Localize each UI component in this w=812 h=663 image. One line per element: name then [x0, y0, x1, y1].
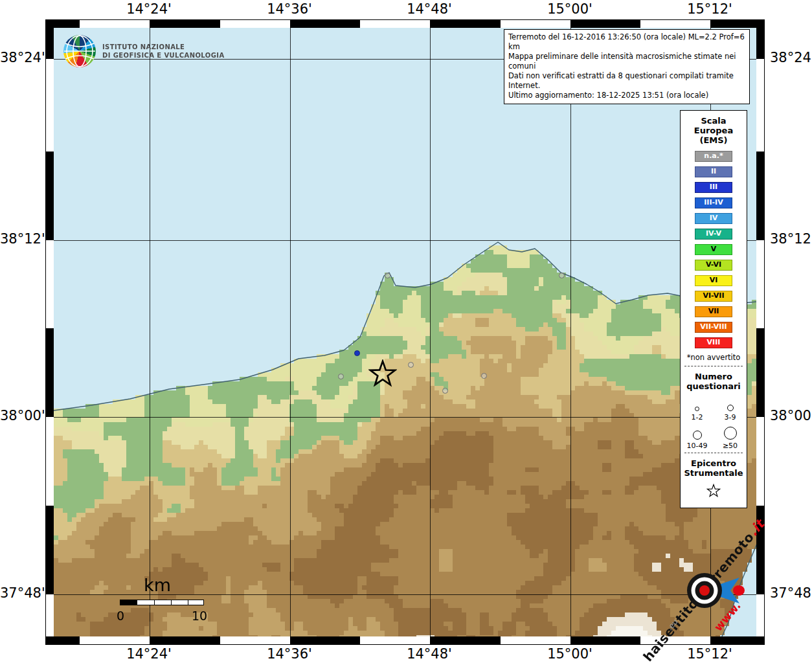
questionnaire-title-line1: Numero [681, 372, 747, 381]
scale-bar [120, 600, 204, 605]
ems-swatch-v-vi: V-VI [695, 260, 732, 271]
macroseismic-map-page: 14°24'14°24'14°36'14°36'14°48'14°48'15°0… [0, 0, 812, 663]
questionnaire-dot [442, 388, 448, 394]
lat-label-left: 38°00' [0, 408, 40, 423]
scale-bar-filled-segment [120, 600, 137, 605]
questionnaire-class-label: ≥50 [723, 442, 738, 450]
ems-intensity-swatches: n.a.*IIIIIIII-IVIVIV-VVV-VIVIVI-VIIVIIVI… [681, 151, 747, 348]
ingv-globe-icon [63, 35, 96, 67]
scale-bar-tick [171, 600, 172, 605]
ems-swatch-vii-viii: VII-VIII [695, 322, 732, 333]
lat-label-right: 37°48' [770, 585, 812, 601]
lon-label-top: 15°12' [681, 1, 739, 17]
legend-title-line1: Scala [681, 116, 747, 126]
event-summary-line: Terremoto del 16-12-2016 13:26:50 (ora l… [508, 32, 745, 52]
legend-title-line3: (EMS) [681, 135, 747, 145]
legend-star-icon [681, 484, 747, 501]
ems-swatch-iv-v: IV-V [695, 229, 732, 240]
instrumental-epicenter-title: Epicentro Strumentale [681, 458, 747, 478]
lat-label-left: 38°24' [0, 50, 40, 65]
questionnaire-size-circle [724, 427, 737, 440]
lat-label-right: 38°00' [770, 408, 812, 423]
lat-label-right: 38°12' [770, 231, 812, 247]
questionnaire-dot [385, 273, 390, 278]
questionnaire-class-label: 1-2 [692, 413, 703, 421]
epicenter-star-icon [368, 359, 397, 392]
questionnaire-class: 10-49 [681, 425, 714, 450]
questionnaire-dot [338, 374, 344, 379]
questionnaire-class-label: 3-9 [725, 413, 736, 421]
questionnaire-dot [481, 373, 487, 379]
ingv-logo-block: ISTITUTO NAZIONALE DI GEOFISICA E VULCAN… [63, 35, 225, 67]
ingv-name-line1: ISTITUTO NAZIONALE [102, 43, 225, 51]
questionnaire-class: 1-2 [681, 397, 714, 421]
ems-legend: Scala Europea (EMS) n.a.*IIIIIIII-IVIVIV… [680, 110, 747, 508]
ingv-institute-name: ISTITUTO NAZIONALE DI GEOFISICA E VULCAN… [102, 43, 225, 60]
scale-end-label: 10 [192, 609, 207, 623]
ems-swatch-n-a-: n.a.* [695, 151, 732, 162]
scale-start-label: 0 [117, 609, 124, 623]
questionnaire-class-label: 10-49 [687, 442, 708, 450]
questionnaire-size-circle [693, 431, 702, 440]
ems-swatch-vii: VII [695, 306, 732, 317]
scale-bar-tick [154, 600, 155, 605]
questionnaire-dot [559, 273, 565, 278]
lon-label-bottom: 14°48' [400, 646, 458, 662]
lat-label-left: 37°48' [0, 585, 40, 601]
ems-swatch-ii: II [695, 166, 732, 177]
questionnaire-size-circle [727, 405, 734, 411]
ems-swatch-vi: VI [695, 275, 732, 286]
lon-label-top: 14°36' [260, 1, 319, 17]
legend-title-line2: Europea [681, 126, 747, 135]
lon-label-bottom: 15°00' [541, 646, 599, 662]
lon-label-bottom: 14°24' [120, 646, 178, 662]
legend-title: Scala Europea (EMS) [681, 116, 747, 145]
questionnaire-title-line2: questionari [681, 381, 747, 391]
lat-label-right: 38°24' [770, 50, 812, 65]
legend-separator [684, 453, 743, 453]
legend-footnote: *non avvertito [681, 353, 747, 362]
questionnaire-dot [408, 362, 414, 368]
questionnaire-size-classes: 1-23-910-49≥50 [681, 397, 747, 450]
map-description-line: Mappa preliminare delle intensità macros… [508, 52, 745, 71]
last-update-line: Ultimo aggiornamento: 18-12-2025 13:51 (… [508, 91, 745, 100]
event-info-box: Terremoto del 16-12-2016 13:26:50 (ora l… [504, 29, 750, 104]
ems-swatch-iii: III [695, 182, 732, 193]
ems-swatch-iv: IV [695, 213, 732, 224]
lon-label-top: 14°48' [400, 1, 458, 17]
epicenter-title-line2: Strumentale [681, 468, 747, 478]
lon-label-top: 14°24' [120, 1, 178, 17]
questionnaire-class: ≥50 [714, 425, 747, 450]
lat-label-left: 38°12' [0, 231, 40, 247]
scale-unit-label: km [144, 575, 171, 595]
map-scale-bar: km 0 10 [117, 575, 214, 627]
questionnaire-count-title: Numero questionari [681, 372, 747, 391]
questionnaire-size-circle [695, 407, 699, 411]
questionnaire-class: 3-9 [714, 397, 747, 421]
scale-bar-tick [188, 600, 188, 605]
lon-label-top: 15°00' [541, 1, 599, 17]
ems-swatch-iii-iv: III-IV [695, 197, 732, 208]
epicenter-title-line1: Epicentro [681, 458, 747, 468]
intensity-dot [354, 350, 360, 356]
haisentitoilterremoto-watermark: haisentitoilterremoto.it www. .eu [638, 536, 774, 656]
legend-separator [684, 366, 743, 366]
ingv-name-line2: DI GEOFISICA E VULCANOLOGIA [102, 51, 225, 60]
ems-swatch-viii: VIII [695, 337, 732, 348]
lon-label-bottom: 14°36' [260, 646, 319, 662]
ems-swatch-v: V [695, 244, 732, 255]
data-source-line: Dati non verificati estratti da 8 questi… [508, 71, 745, 91]
ems-swatch-vi-vii: VI-VII [695, 291, 732, 302]
